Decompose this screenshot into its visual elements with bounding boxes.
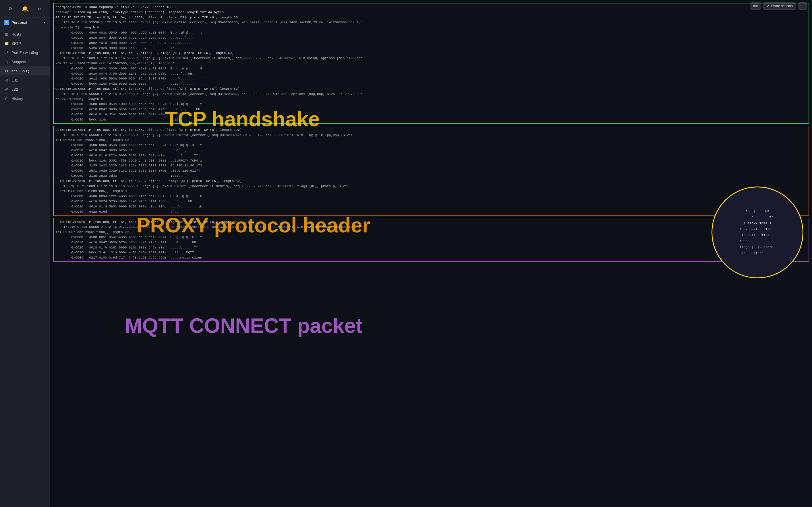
terminal-line-5: op,wscale 7], length 0: [55, 25, 807, 30]
proxy-line-11: 09:58:15.387310 IP (tos 0x0, ttl 64, id …: [55, 178, 807, 184]
snippets-icon: {}: [4, 59, 9, 64]
sidebar-group-personal[interactable]: P Personal ▼: [0, 17, 50, 27]
terminal-line-17: 09:58:15.387283 IP (tos 0x0, ttl 64, id …: [55, 87, 807, 92]
lb1-icon: ◎: [4, 77, 9, 82]
proxy-line-4: 0x0000: 4500 0066 054b 4000 4006 dc6b ac…: [55, 143, 807, 148]
sidebar-group-label: Personal: [11, 20, 27, 25]
proxy-line-7: 0x0030: b0cc 314c 5052 4f58 5920 5443 50…: [55, 158, 807, 163]
lb2-icon: ◎: [4, 87, 9, 92]
sidebar-item-label: Hosts: [11, 32, 21, 37]
settings-icon[interactable]: ⚙: [6, 4, 15, 13]
terminal-line-8: 0x0020: a002 faf0 799d 0000 0204 05b4 04…: [55, 41, 807, 46]
terminal-line-23: 0x0030: b0cc 314c ..1l: [55, 117, 807, 122]
terminal-line-14: 0x0010: ac10 0074 075b d906 aa48 42a5 c7…: [55, 71, 807, 76]
mqtt-line-8: 0x0040: 0217 0100 0c6d 7174 7478 2d63 6c…: [55, 255, 807, 260]
sidebar-item-snippets[interactable]: {} Snippets: [0, 57, 50, 66]
terminal-line-22: 0x0020: 8010 01f6 d24c 0000 0101 080a 54…: [55, 112, 807, 117]
proxy-line-6: 0x0020: 8018 01f6 822a 0000 0101 080a 54…: [55, 153, 807, 158]
proxy-line-15: 0x0010: ac10 0074 075b d906 aa48 42a6 c7…: [55, 199, 807, 204]
mqtt-connect-overlay-label: MQTT CONNECT packet: [125, 310, 363, 342]
proxy-line-12: 172.16.0.71.1883 > 172.16.0.116.55558: F…: [55, 184, 807, 189]
proxy-line-8: 0x0040: 3135 2e32 3336 2e32 312e 3836 20…: [55, 163, 807, 168]
chevron-down-icon: ▼: [43, 21, 46, 24]
terminal-listen-line: tcpdump: listening on eth0, link-type EN…: [55, 10, 807, 15]
sidebar-item-port-forwarding[interactable]: ⇄ Port Forwarding: [0, 48, 50, 57]
proxy-line-1: 09:58:15.387304 IP (tos 0x0, ttl 64, id …: [55, 127, 807, 132]
terminal-line-19: cr 2966171980], length 0: [55, 97, 807, 102]
ecs-icon: ⚙: [4, 68, 9, 73]
sftp-icon: 📁: [4, 41, 9, 46]
terminal-line-10: 09:58:15.387198 IP (tos 0x0, ttl 64, id …: [55, 51, 807, 56]
terminal-line-3: 09:58:15.387173 IP (tos 0x0, ttl 64, id …: [55, 15, 807, 20]
circle-line-7: flags [DF], proto: [740, 244, 775, 250]
sidebar-item-label: LB1: [11, 78, 18, 82]
sidebar-nav: ⊞ Hosts 📁 SFTP ⇄ Port Forwarding {} Snip…: [0, 27, 50, 105]
proxy-line-5: 0x0010: ac10 0047 d906 075b c7 ...G...[.: [55, 148, 807, 153]
mqtt-line-3: 1412097007 ecr 2966171980], length 29: [55, 230, 807, 235]
circle-line-6: 1883..: [740, 238, 775, 244]
sidebar-item-label: History: [11, 97, 23, 101]
sidebar-item-lb1[interactable]: ◎ LB1: [0, 75, 50, 84]
sidebar-item-label: ecs-66b0 (...: [11, 69, 32, 73]
sidebar-item-label: Snippets: [11, 60, 26, 64]
sidebar-item-sftp[interactable]: 📁 SFTP: [0, 39, 50, 48]
personal-group-icon: P: [4, 20, 9, 25]
circle-line-8: 0x5902 (inco: [740, 250, 775, 256]
terminal-line-9: 0x0030: 542a e3ed 0000 0000 0103 0307 T*…: [55, 46, 807, 51]
sidebar-item-history[interactable]: ◷ History: [0, 94, 50, 103]
proxy-line-3: 1412097005 ecr 2966171980], length 50: [55, 137, 807, 143]
sidebar-item-hosts[interactable]: ⊞ Hosts: [0, 30, 50, 39]
sidebar-item-label: LB2: [11, 87, 18, 92]
proxy-line-13: 2966171980 ecr 1412097005], length 0: [55, 188, 807, 194]
circle-line-3: ..1LPROXY.TCP4.1: [740, 221, 775, 227]
proxy-line-17: 0x0030: 542a e3ed T*..: [55, 209, 807, 214]
proxy-line-2: 172.16.0.116.55558 > 172.16.0.71.1883: F…: [55, 132, 807, 138]
proxy-line-10: 0x0060: 3138 3833 0d0a 1883..: [55, 173, 807, 178]
sidebar-item-lb2[interactable]: ◎ LB2: [0, 84, 50, 94]
terminal-area[interactable]: root@ecs-66b0:~# sudo tcpdump -i eth0 -s…: [50, 0, 812, 507]
terminal-line-7: 0x0010: ac10 0047 d906 075b c791 9a8a 00…: [55, 35, 807, 41]
sidebar-item-ecs66b0[interactable]: ⚙ ecs-66b0 (...: [0, 66, 50, 75]
terminal-line-13: 0x0000: 4500 003c 0000 4000 4006 e1e0 ac…: [55, 66, 807, 71]
terminal-line-12: kOK,TS val 2966171980 ecr 1412097005,nop…: [55, 61, 807, 66]
terminal-line-21: 0x0010: ac10 0047 d906 075b c791 9a8b aa…: [55, 107, 807, 112]
mqtt-line-1: 09:58:15.389026 IP (tos 0x0, ttl 64, id …: [55, 220, 807, 225]
mqtt-line-5: 0x0010: ac10 0047 d906 075b c7bd aa48 42…: [55, 240, 807, 245]
terminal-line-16: 0x0030: b0cc 314c 542a e3ed 0103 0307 ..…: [55, 81, 807, 87]
terminal-prompt: root@ecs-66b0:~# sudo tcpdump -i eth0 -s…: [55, 5, 807, 10]
terminal-line-11: 172.16.0.71.1883 > 172.16.0.116.55558: F…: [55, 56, 807, 61]
terminal-line-6: 0x0000: 4500 003c 0549 4000 4006 dc97 ac…: [55, 30, 807, 35]
mqtt-connect-section: 09:58:15.389026 IP (tos 0x0, ttl 64, id …: [53, 218, 809, 262]
sidebar: ⚙ 🔔 ✉ P Personal ▼ ⊞ Hosts 📁 SFTP ⇄ Port…: [0, 0, 50, 507]
circle-magnifier: ...G...[.....HB. ......*........T*. ..1L…: [711, 186, 803, 278]
circle-content: ...G...[.....HB. ......*........T*. ..1L…: [734, 203, 781, 262]
sidebar-item-label: SFTP: [11, 41, 21, 46]
mail-icon[interactable]: ✉: [35, 4, 44, 13]
sidebar-item-label: Port Forwarding: [11, 51, 38, 55]
mqtt-line-7: 0x0030: b0cc 314c 101b 0004 4d51 5454 05…: [55, 250, 807, 255]
circle-line-4: 15.236.21.86.172: [740, 226, 775, 232]
hosts-icon: ⊞: [4, 32, 9, 37]
circle-line-5: .16.0.116.61177.: [740, 232, 775, 238]
tcp-handshake-section: root@ecs-66b0:~# sudo tcpdump -i eth0 -s…: [53, 3, 809, 124]
proxy-line-9: 0x0050: 2e31 362e 302e 3131 3620 3631 31…: [55, 168, 807, 173]
mqtt-line-4: 0x0000: 4500 0051 054c 4000 4006 dc6d ac…: [55, 235, 807, 240]
proxy-line-14: 0x0000: 4500 0034 c22c 4000 4006 1fbc ac…: [55, 194, 807, 199]
main-content: dul ↗ Share session ⊡ root@ecs-66b0:~# s…: [50, 0, 812, 507]
mqtt-line-2: 172.16.0.116.55558 > 172.16.0.71.1883: F…: [55, 224, 807, 230]
mqtt-line-6: 0x0020: 8018 01f6 b262 0000 0101 080a 54…: [55, 245, 807, 250]
circle-line-1: ...G...[.....HB.: [740, 209, 775, 215]
bell-icon[interactable]: 🔔: [20, 4, 30, 13]
terminal-line-15: 0x0020: a012 fe88 590a 0000 0204 05b4 04…: [55, 76, 807, 81]
terminal-line-18: 172.16.0.116.55558 > 172.16.0.71.1883: F…: [55, 92, 807, 97]
proxy-protocol-section: 09:58:15.387304 IP (tos 0x0, ttl 64, id …: [53, 126, 809, 216]
circle-line-2: ......*........T*.: [740, 215, 775, 221]
terminal-line-20: 0x0000: 4500 0034 054a 4000 4006 dc9e ac…: [55, 102, 807, 107]
proxy-line-16: 0x0020: 8010 01fd 5902 0000 0101 080a b0…: [55, 204, 807, 209]
port-forwarding-icon: ⇄: [4, 50, 9, 55]
terminal-line-4: 172.16.0.116.55558 > 172.16.0.71.1883: F…: [55, 20, 807, 25]
sidebar-top-bar: ⚙ 🔔 ✉: [0, 0, 50, 17]
history-icon: ◷: [4, 96, 9, 101]
